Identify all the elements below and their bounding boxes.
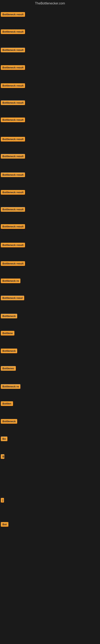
bottleneck-result-badge: Bottleneck result (1, 48, 25, 53)
bottleneck-label: Bottleneck result (1, 154, 25, 158)
bottleneck-result-badge: Bottleneck result (1, 207, 25, 212)
bottleneck-result-badge: Bottleneck result (1, 137, 25, 142)
bottleneck-result-badge: Bottlene (1, 331, 14, 336)
bottleneck-label: Bottleneck result (1, 172, 25, 177)
bottleneck-result-badge: Bottlen (1, 401, 13, 407)
bottleneck-result-badge: Bottleneck result (1, 100, 25, 106)
bottleneck-result-badge: Bottleneck result (1, 118, 25, 123)
bottleneck-label: | (1, 498, 4, 502)
bottleneck-result-badge: Bottleneck result (1, 65, 25, 71)
bottleneck-label: B (1, 454, 4, 459)
bottleneck-result-badge: Bottleneck result (1, 30, 25, 35)
bottleneck-label: Bottleneck (1, 314, 17, 318)
bottleneck-label: Bottleneck result (1, 118, 25, 122)
bottleneck-label: Bottleneck result (1, 261, 25, 266)
bottleneck-label: Bottlene (1, 331, 14, 336)
bottleneck-result-badge: Bo (1, 436, 7, 442)
bottleneck-label: Bottleneck result (1, 243, 25, 247)
bottleneck-label: Bottleneck result (1, 224, 25, 229)
bottleneck-result-badge: Bottleneck result (1, 12, 25, 18)
bottleneck-label: Bottleneck result (1, 30, 25, 34)
bottleneck-label: Bottleneck result (1, 207, 25, 212)
bottleneck-result-badge: Bottleneck result (1, 190, 25, 196)
bottleneck-result-badge: Bottleneck result (1, 224, 25, 230)
bottleneck-label: Bottleneck result (1, 137, 25, 142)
bottleneck-label: Bottleneck re (1, 384, 20, 389)
bottleneck-result-badge: Bottleneck (1, 314, 17, 319)
bottleneck-label: Bo (1, 436, 7, 441)
bottleneck-label: Bottlen (1, 401, 13, 406)
bottleneck-label: Bottleneck result (1, 100, 25, 105)
bottleneck-result-badge: Bottleneck result (1, 83, 25, 89)
bottleneck-result-badge: B (1, 454, 4, 460)
bottleneck-result-badge: Bottleneck result (1, 243, 25, 248)
bottleneck-label: Bot (1, 522, 8, 527)
bottleneck-result-badge: Bot (1, 522, 8, 528)
bottleneck-result-badge: Bottleneck resul (1, 296, 24, 301)
bottleneck-result-badge: Bottleneck (1, 348, 17, 354)
bottleneck-label: Bottleneck result (1, 83, 25, 88)
bottleneck-label: Bottleneck result (1, 48, 25, 52)
bottleneck-label: Bottleneck re (1, 278, 20, 283)
bottleneck-result-badge: Bottleneck (1, 419, 17, 424)
bottleneck-result-badge: Bottleneck re (1, 384, 20, 390)
bottleneck-result-badge: Bottlenec (1, 366, 16, 372)
bottleneck-label: Bottlenec (1, 366, 16, 371)
bottleneck-result-badge: | (1, 498, 4, 503)
bottleneck-result-badge: Bottleneck result (1, 172, 25, 178)
bottleneck-result-badge: Bottleneck result (1, 154, 25, 160)
bottleneck-result-badge: Bottleneck result (1, 261, 25, 267)
site-title: TheBottlenecker.com (0, 0, 100, 7)
bottleneck-label: Bottleneck result (1, 190, 25, 194)
bottleneck-label: Bottleneck result (1, 65, 25, 70)
bottleneck-result-badge: Bottleneck re (1, 278, 20, 284)
bottleneck-label: Bottleneck resul (1, 296, 24, 300)
bottleneck-label: Bottleneck result (1, 12, 25, 17)
bottleneck-label: Bottleneck (1, 419, 17, 424)
bottleneck-label: Bottleneck (1, 348, 17, 353)
